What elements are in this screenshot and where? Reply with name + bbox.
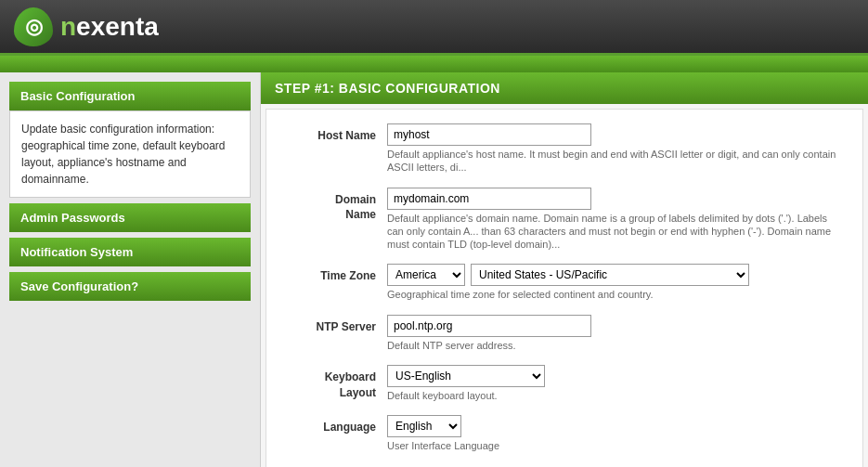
ntp-server-row: NTP Server Default NTP server address. [285,315,844,352]
domain-name-label: Domain Name [285,188,387,224]
host-name-field: Default appliance's host name. It must b… [387,123,844,175]
time-zone-hint: Geographical time zone for selected cont… [387,288,844,301]
sidebar-basic-configuration-content: Update basic configuration information: … [9,110,251,198]
domain-name-input[interactable] [387,188,591,210]
logo-symbol: ◎ [25,15,43,39]
app-header: ◎ nexenta [0,0,868,56]
sidebar-section-notification: Notification System [9,238,251,266]
timezone-selects: America Africa Antarctica Asia Atlantic … [387,264,844,286]
language-hint: User Interface Language [387,439,844,452]
sidebar-item-notification-system[interactable]: Notification System [9,238,251,266]
sidebar: Basic Configuration Update basic configu… [0,72,260,467]
host-name-label: Host Name [285,123,387,144]
keyboard-layout-row: Keyboard Layout US-English UK-English Ge… [285,365,844,402]
time-zone-field: America Africa Antarctica Asia Atlantic … [387,264,844,301]
language-field: English Chinese French German Spanish Us… [387,415,844,452]
keyboard-layout-label: Keyboard Layout [285,365,387,401]
main-content: STEP #1: BASIC CONFIGURATION Host Name D… [260,72,868,467]
sidebar-section-save: Save Configuration? [9,272,251,301]
sidebar-item-admin-passwords[interactable]: Admin Passwords [9,203,251,232]
host-name-hint: Default appliance's host name. It must b… [387,148,844,175]
green-accent-bar [0,56,868,72]
logo-text: nexenta [60,12,159,42]
continent-select[interactable]: America Africa Antarctica Asia Atlantic … [387,264,465,286]
main-layout: Basic Configuration Update basic configu… [0,72,868,467]
keyboard-layout-field: US-English UK-English German French Span… [387,365,844,402]
form-body: Host Name Default appliance's host name.… [266,109,863,467]
sidebar-section-basic: Basic Configuration Update basic configu… [9,82,251,198]
country-select[interactable]: United States - US/Pacific United States… [471,264,749,286]
ntp-server-field: Default NTP server address. [387,315,844,352]
domain-name-hint: Default appliance's domain name. Domain … [387,212,844,252]
ntp-server-input[interactable] [387,315,591,337]
domain-name-field: Default appliance's domain name. Domain … [387,188,844,252]
keyboard-layout-select[interactable]: US-English UK-English German French Span… [387,365,545,387]
keyboard-layout-hint: Default keyboard layout. [387,389,844,402]
sidebar-item-save-configuration[interactable]: Save Configuration? [9,272,251,301]
domain-name-row: Domain Name Default appliance's domain n… [285,188,844,252]
ntp-server-label: NTP Server [285,315,387,335]
host-name-input[interactable] [387,123,591,146]
sidebar-item-basic-configuration[interactable]: Basic Configuration [9,82,251,110]
time-zone-row: Time Zone America Africa Antarctica Asia… [285,264,844,301]
host-name-row: Host Name Default appliance's host name.… [285,123,844,175]
language-row: Language English Chinese French German S… [285,415,844,452]
logo-icon: ◎ [14,7,53,46]
step-title: STEP #1: BASIC CONFIGURATION [261,72,868,104]
language-select[interactable]: English Chinese French German Spanish [387,415,461,437]
sidebar-section-admin: Admin Passwords [9,203,251,232]
language-label: Language [285,415,387,435]
time-zone-label: Time Zone [285,264,387,284]
ntp-server-hint: Default NTP server address. [387,339,844,352]
